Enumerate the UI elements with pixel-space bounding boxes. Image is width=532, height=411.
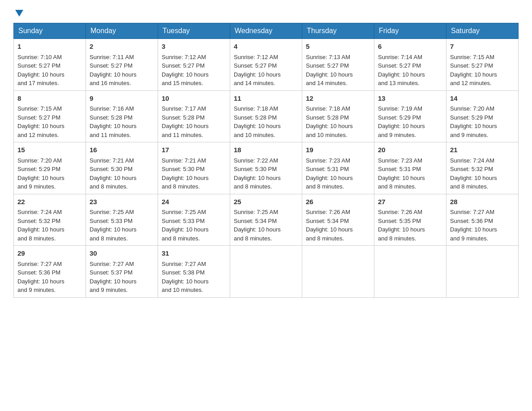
day-header-tuesday: Tuesday <box>158 23 230 39</box>
calendar-cell: 25Sunrise: 7:25 AMSunset: 5:34 PMDayligh… <box>230 194 302 246</box>
day-number: 1 <box>17 42 82 52</box>
day-number: 22 <box>17 197 82 207</box>
day-number: 27 <box>378 197 442 207</box>
day-number: 11 <box>234 94 298 104</box>
calendar-cell <box>446 246 519 298</box>
day-number: 19 <box>306 145 370 155</box>
day-number: 21 <box>450 145 515 155</box>
day-number: 12 <box>306 94 370 104</box>
day-number: 6 <box>378 42 442 52</box>
calendar-week-row: 22Sunrise: 7:24 AMSunset: 5:32 PMDayligh… <box>14 194 519 246</box>
day-header-sunday: Sunday <box>14 23 86 39</box>
page-header <box>13 9 519 16</box>
calendar-cell: 15Sunrise: 7:20 AMSunset: 5:29 PMDayligh… <box>14 142 86 194</box>
calendar-table: SundayMondayTuesdayWednesdayThursdayFrid… <box>13 23 519 298</box>
calendar-cell: 20Sunrise: 7:23 AMSunset: 5:31 PMDayligh… <box>374 142 446 194</box>
day-number: 5 <box>306 42 370 52</box>
day-number: 23 <box>90 197 154 207</box>
calendar-header-row: SundayMondayTuesdayWednesdayThursdayFrid… <box>14 23 519 39</box>
day-number: 7 <box>450 42 515 52</box>
day-header-monday: Monday <box>86 23 158 39</box>
day-number: 8 <box>17 94 82 104</box>
day-number: 28 <box>450 197 515 207</box>
calendar-cell <box>230 246 302 298</box>
day-number: 18 <box>234 145 298 155</box>
calendar-week-row: 1Sunrise: 7:10 AMSunset: 5:27 PMDaylight… <box>14 39 519 91</box>
calendar-cell: 26Sunrise: 7:26 AMSunset: 5:34 PMDayligh… <box>302 194 374 246</box>
calendar-cell: 19Sunrise: 7:23 AMSunset: 5:31 PMDayligh… <box>302 142 374 194</box>
calendar-cell: 4Sunrise: 7:12 AMSunset: 5:27 PMDaylight… <box>230 39 302 91</box>
calendar-cell: 16Sunrise: 7:21 AMSunset: 5:30 PMDayligh… <box>86 142 158 194</box>
calendar-cell: 29Sunrise: 7:27 AMSunset: 5:36 PMDayligh… <box>14 246 86 298</box>
calendar-cell: 21Sunrise: 7:24 AMSunset: 5:32 PMDayligh… <box>446 142 519 194</box>
calendar-cell <box>374 246 446 298</box>
day-number: 15 <box>17 145 82 155</box>
day-number: 31 <box>162 248 226 259</box>
day-number: 4 <box>234 42 298 52</box>
day-number: 2 <box>90 42 154 52</box>
calendar-cell: 2Sunrise: 7:11 AMSunset: 5:27 PMDaylight… <box>86 39 158 91</box>
calendar-cell: 14Sunrise: 7:20 AMSunset: 5:29 PMDayligh… <box>446 90 519 142</box>
calendar-cell: 18Sunrise: 7:22 AMSunset: 5:30 PMDayligh… <box>230 142 302 194</box>
calendar-cell: 27Sunrise: 7:26 AMSunset: 5:35 PMDayligh… <box>374 194 446 246</box>
day-number: 20 <box>378 145 442 155</box>
day-header-wednesday: Wednesday <box>230 23 302 39</box>
calendar-cell: 13Sunrise: 7:19 AMSunset: 5:29 PMDayligh… <box>374 90 446 142</box>
calendar-cell: 10Sunrise: 7:17 AMSunset: 5:28 PMDayligh… <box>158 90 230 142</box>
day-number: 13 <box>378 94 442 104</box>
day-header-saturday: Saturday <box>446 23 519 39</box>
calendar-cell: 3Sunrise: 7:12 AMSunset: 5:27 PMDaylight… <box>158 39 230 91</box>
day-header-thursday: Thursday <box>302 23 374 39</box>
calendar-week-row: 15Sunrise: 7:20 AMSunset: 5:29 PMDayligh… <box>14 142 519 194</box>
day-header-friday: Friday <box>374 23 446 39</box>
calendar-cell: 12Sunrise: 7:18 AMSunset: 5:28 PMDayligh… <box>302 90 374 142</box>
calendar-cell: 1Sunrise: 7:10 AMSunset: 5:27 PMDaylight… <box>14 39 86 91</box>
day-number: 9 <box>90 94 154 104</box>
calendar-week-row: 8Sunrise: 7:15 AMSunset: 5:27 PMDaylight… <box>14 90 519 142</box>
calendar-cell: 5Sunrise: 7:13 AMSunset: 5:27 PMDaylight… <box>302 39 374 91</box>
day-number: 25 <box>234 197 298 207</box>
day-number: 17 <box>162 145 226 155</box>
day-number: 29 <box>17 248 82 259</box>
calendar-cell: 8Sunrise: 7:15 AMSunset: 5:27 PMDaylight… <box>14 90 86 142</box>
calendar-cell: 31Sunrise: 7:27 AMSunset: 5:38 PMDayligh… <box>158 246 230 298</box>
day-number: 16 <box>90 145 154 155</box>
day-number: 26 <box>306 197 370 207</box>
calendar-cell: 6Sunrise: 7:14 AMSunset: 5:27 PMDaylight… <box>374 39 446 91</box>
calendar-cell: 23Sunrise: 7:25 AMSunset: 5:33 PMDayligh… <box>86 194 158 246</box>
day-number: 10 <box>162 94 226 104</box>
calendar-cell: 11Sunrise: 7:18 AMSunset: 5:28 PMDayligh… <box>230 90 302 142</box>
logo-triangle-icon <box>15 10 23 17</box>
calendar-cell: 24Sunrise: 7:25 AMSunset: 5:33 PMDayligh… <box>158 194 230 246</box>
calendar-week-row: 29Sunrise: 7:27 AMSunset: 5:36 PMDayligh… <box>14 246 519 298</box>
day-number: 3 <box>162 42 226 52</box>
calendar-cell: 17Sunrise: 7:21 AMSunset: 5:30 PMDayligh… <box>158 142 230 194</box>
calendar-cell: 30Sunrise: 7:27 AMSunset: 5:37 PMDayligh… <box>86 246 158 298</box>
day-number: 24 <box>162 197 226 207</box>
calendar-cell: 9Sunrise: 7:16 AMSunset: 5:28 PMDaylight… <box>86 90 158 142</box>
calendar-cell <box>302 246 374 298</box>
calendar-cell: 28Sunrise: 7:27 AMSunset: 5:36 PMDayligh… <box>446 194 519 246</box>
logo <box>13 9 23 16</box>
day-number: 30 <box>90 248 154 259</box>
day-number: 14 <box>450 94 515 104</box>
calendar-cell: 22Sunrise: 7:24 AMSunset: 5:32 PMDayligh… <box>14 194 86 246</box>
calendar-cell: 7Sunrise: 7:15 AMSunset: 5:27 PMDaylight… <box>446 39 519 91</box>
